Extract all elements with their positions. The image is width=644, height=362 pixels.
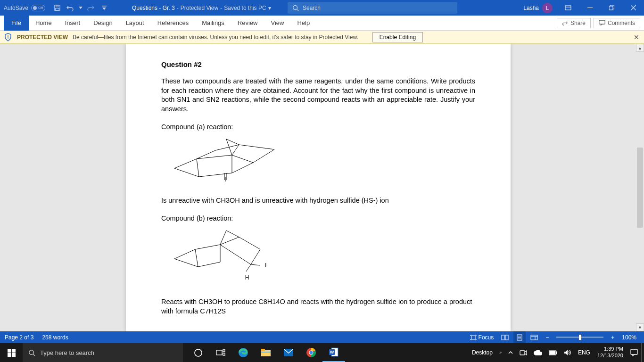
print-layout-button[interactable] <box>513 331 526 343</box>
web-layout-button[interactable] <box>528 331 541 343</box>
language-indicator[interactable]: ENG <box>575 343 594 362</box>
svg-rect-56 <box>556 352 557 354</box>
taskbar-search[interactable]: Type here to search <box>23 343 183 362</box>
comments-button[interactable]: Comments <box>594 18 640 28</box>
saved-label: Saved to this PC <box>224 5 266 11</box>
svg-rect-36 <box>12 353 16 357</box>
user-account[interactable]: Lasha L <box>519 3 557 13</box>
customize-qat-icon[interactable] <box>98 2 110 14</box>
share-icon <box>562 20 568 26</box>
tab-view[interactable]: View <box>264 16 290 31</box>
svg-rect-23 <box>471 336 475 339</box>
focus-icon <box>470 335 477 340</box>
tab-design[interactable]: Design <box>87 16 119 31</box>
tab-mailings[interactable]: Mailings <box>195 16 231 31</box>
word-icon[interactable]: W <box>322 343 345 362</box>
time: 1:39 PM <box>604 346 623 353</box>
svg-rect-33 <box>8 349 11 353</box>
page-indicator[interactable]: Page 2 of 3 <box>5 334 33 341</box>
document-area: ▲ ▼ Question #2 These two compounds are … <box>0 44 644 331</box>
edge-icon[interactable] <box>232 343 255 362</box>
start-button[interactable] <box>0 343 23 362</box>
status-bar: Page 2 of 3 258 words Focus − + 100% <box>0 331 644 343</box>
close-icon[interactable]: ✕ <box>634 33 639 41</box>
tab-references[interactable]: References <box>151 16 195 31</box>
cortana-icon[interactable] <box>187 343 209 362</box>
autosave-label: AutoSave <box>4 5 28 11</box>
taskbar: Type here to search W Desktop » ENG 1:39… <box>0 343 644 362</box>
svg-rect-3 <box>102 6 107 7</box>
title-bar: AutoSave Off Questions - Gr. 3 - Protect… <box>0 0 644 16</box>
action-center-icon[interactable] <box>627 343 641 362</box>
windows-icon <box>8 349 16 357</box>
zoom-in-button[interactable]: + <box>608 331 617 343</box>
share-button[interactable]: Share <box>557 18 591 28</box>
avatar: L <box>542 3 553 13</box>
system-tray: Desktop » ENG 1:39 PM 12/13/2020 <box>469 343 644 362</box>
desktop-label[interactable]: Desktop <box>469 343 496 362</box>
search-input[interactable]: Search <box>288 2 457 14</box>
svg-point-39 <box>194 349 201 356</box>
clock[interactable]: 1:39 PM 12/13/2020 <box>594 346 627 359</box>
file-explorer-icon[interactable] <box>255 343 277 362</box>
tab-help[interactable]: Help <box>290 16 316 31</box>
word-count[interactable]: 258 words <box>42 334 68 341</box>
svg-rect-9 <box>609 6 613 10</box>
maximize-button[interactable] <box>601 0 622 16</box>
close-button[interactable] <box>622 0 644 16</box>
volume-icon[interactable] <box>561 343 575 362</box>
tab-insert[interactable]: Insert <box>58 16 87 31</box>
minimize-button[interactable] <box>579 0 601 16</box>
zoom-out-button[interactable]: − <box>543 331 552 343</box>
save-icon[interactable] <box>51 2 63 14</box>
svg-rect-1 <box>56 5 58 7</box>
ribbon-display-icon[interactable] <box>557 0 579 16</box>
title-right: Lasha L <box>519 0 644 16</box>
compound-a-label: Compound (a) reaction: <box>161 123 475 131</box>
tray-overflow-icon[interactable]: » <box>496 343 505 362</box>
focus-mode-button[interactable]: Focus <box>467 331 497 343</box>
protected-label: Protected View <box>181 5 219 11</box>
scroll-thumb[interactable] <box>637 148 643 228</box>
compound-a-diagram: I <box>166 135 475 182</box>
question-intro: These two compounds are treated with the… <box>161 77 475 114</box>
read-mode-button[interactable] <box>498 331 512 343</box>
chrome-icon[interactable] <box>300 343 322 362</box>
svg-text:H: H <box>245 274 249 281</box>
protected-view-msg: Be careful—files from the Internet can c… <box>73 34 358 41</box>
onedrive-icon[interactable] <box>530 343 545 362</box>
tab-home[interactable]: Home <box>29 16 58 31</box>
chevron-down-icon[interactable]: ▾ <box>268 5 271 11</box>
scroll-up-button[interactable]: ▲ <box>636 44 644 52</box>
compound-b-label: Compound (b) reaction: <box>161 214 475 222</box>
show-desktop-button[interactable] <box>641 343 644 362</box>
compound-b-result: Reacts with CH3OH to produce C8H14O and … <box>161 297 475 316</box>
date: 12/13/2020 <box>597 353 623 359</box>
mail-icon[interactable] <box>277 343 300 362</box>
tab-review[interactable]: Review <box>231 16 264 31</box>
tab-file[interactable]: File <box>4 16 29 31</box>
protected-view-title: PROTECTED VIEW <box>17 34 68 41</box>
svg-rect-41 <box>223 349 225 352</box>
undo-icon[interactable] <box>64 2 76 14</box>
scroll-down-button[interactable]: ▼ <box>636 323 644 331</box>
tab-layout[interactable]: Layout <box>119 16 151 31</box>
status-right: Focus − + 100% <box>467 331 639 343</box>
svg-rect-25 <box>505 335 508 340</box>
tray-chevron-icon[interactable] <box>505 343 516 362</box>
undo-dropdown-icon[interactable] <box>77 2 84 14</box>
shield-icon: i <box>4 33 12 41</box>
zoom-level[interactable]: 100% <box>619 334 639 341</box>
doc-name: Questions - Gr. 3 <box>132 5 175 11</box>
comment-icon <box>599 20 605 26</box>
task-view-icon[interactable] <box>209 343 232 362</box>
redo-icon[interactable] <box>85 2 97 14</box>
svg-rect-46 <box>261 352 271 353</box>
battery-icon[interactable] <box>545 343 561 362</box>
svg-text:W: W <box>330 350 334 354</box>
autosave-toggle[interactable]: Off <box>31 5 45 11</box>
zoom-slider[interactable] <box>556 337 603 338</box>
enable-editing-button[interactable]: Enable Editing <box>372 32 423 42</box>
ribbon-right: Share Comments <box>557 18 640 28</box>
meet-now-icon[interactable] <box>516 343 530 362</box>
